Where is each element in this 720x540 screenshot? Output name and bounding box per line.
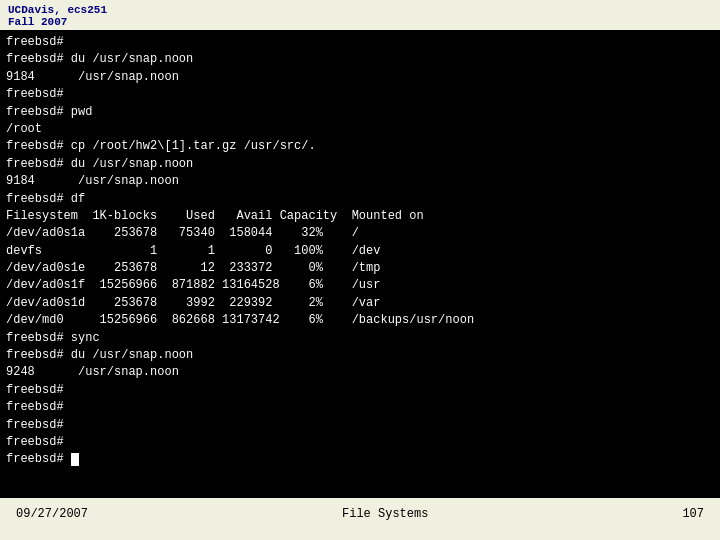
terminal-line: freebsd# <box>6 417 714 434</box>
title-line1: UCDavis, ecs251 <box>8 4 712 16</box>
title-line2: Fall 2007 <box>8 16 712 28</box>
terminal-cursor <box>71 453 79 466</box>
terminal-line: 9184 /usr/snap.noon <box>6 69 714 86</box>
terminal-line: freebsd# <box>6 451 714 468</box>
terminal-line: freebsd# <box>6 382 714 399</box>
terminal-line: devfs 1 1 0 100% /dev <box>6 243 714 260</box>
terminal-line: freebsd# du /usr/snap.noon <box>6 156 714 173</box>
terminal-line: freebsd# <box>6 434 714 451</box>
terminal-line: freebsd# <box>6 86 714 103</box>
terminal-line: /dev/md0 15256966 862668 13173742 6% /ba… <box>6 312 714 329</box>
footer-page: 107 <box>682 507 704 521</box>
terminal-line: freebsd# pwd <box>6 104 714 121</box>
terminal-line: freebsd# cp /root/hw2\[1].tar.gz /usr/sr… <box>6 138 714 155</box>
terminal-line: freebsd# df <box>6 191 714 208</box>
terminal-line: 9184 /usr/snap.noon <box>6 173 714 190</box>
footer: 09/27/2007 File Systems 107 <box>0 498 720 530</box>
terminal-line: /root <box>6 121 714 138</box>
header: UCDavis, ecs251 Fall 2007 <box>0 0 720 30</box>
terminal-line: freebsd# du /usr/snap.noon <box>6 51 714 68</box>
terminal-line: freebsd# du /usr/snap.noon <box>6 347 714 364</box>
terminal-line: 9248 /usr/snap.noon <box>6 364 714 381</box>
terminal-line: /dev/ad0s1d 253678 3992 229392 2% /var <box>6 295 714 312</box>
terminal-line: Filesystem 1K-blocks Used Avail Capacity… <box>6 208 714 225</box>
terminal-line: freebsd# <box>6 399 714 416</box>
terminal-line: freebsd# <box>6 34 714 51</box>
footer-title: File Systems <box>342 507 428 521</box>
footer-date: 09/27/2007 <box>16 507 88 521</box>
terminal-line: /dev/ad0s1e 253678 12 233372 0% /tmp <box>6 260 714 277</box>
terminal: freebsd# freebsd# du /usr/snap.noon9184 … <box>0 30 720 498</box>
terminal-line: freebsd# sync <box>6 330 714 347</box>
terminal-line: /dev/ad0s1a 253678 75340 158044 32% / <box>6 225 714 242</box>
terminal-line: /dev/ad0s1f 15256966 871882 13164528 6% … <box>6 277 714 294</box>
